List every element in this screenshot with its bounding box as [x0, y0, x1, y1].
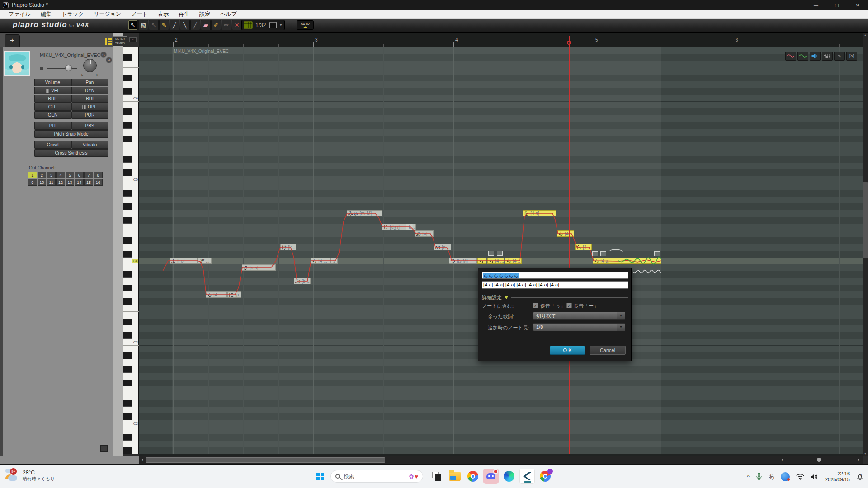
channel-14[interactable]: 14: [75, 179, 84, 186]
black-key[interactable]: [123, 380, 132, 386]
black-key[interactable]: [123, 122, 132, 129]
note-ら-15[interactable]: ら: [477, 258, 486, 264]
param-button-cross-synthesis[interactable]: Cross Synthesis: [34, 149, 108, 157]
key-row[interactable]: [123, 285, 139, 291]
scroll-right-arrow-2[interactable]: ►: [856, 456, 862, 464]
key-row[interactable]: [123, 305, 139, 312]
track-name[interactable]: MIKU_V4X_Original_EVEC: [40, 52, 103, 58]
param-button-bri[interactable]: BRI: [71, 95, 108, 103]
param-button-pbs[interactable]: PBS: [71, 122, 108, 130]
solo-button[interactable]: S: [100, 52, 107, 58]
search-box[interactable]: 検索 ✿ ♥: [330, 470, 423, 483]
key-row[interactable]: [123, 54, 139, 61]
auto-scroll-button[interactable]: AUTO ➜: [297, 20, 314, 30]
black-key[interactable]: [123, 237, 132, 244]
channel-6[interactable]: 6: [75, 172, 84, 178]
key-row[interactable]: [123, 413, 139, 420]
note-x-11[interactable]: k ...: [406, 224, 416, 230]
note-ら-19[interactable]: ら[4 ...: [557, 230, 574, 237]
note-length-icon[interactable]: [269, 22, 277, 28]
param-button-vibrato[interactable]: Vibrato: [71, 141, 108, 149]
param-button-por[interactable]: POR: [71, 111, 108, 119]
key-row[interactable]: C5: [123, 176, 139, 183]
menu-item-1[interactable]: 編集: [36, 10, 57, 18]
note-length-dropdown[interactable]: 1/8 ▼: [533, 323, 625, 331]
black-key[interactable]: [123, 413, 132, 420]
pencil-tool[interactable]: ✎: [159, 20, 169, 30]
key-row[interactable]: [123, 298, 139, 305]
note-ら-2[interactable]: ら[4 ...: [206, 291, 227, 298]
pitch-curve-icon[interactable]: [785, 52, 796, 61]
key-row[interactable]: [123, 224, 139, 230]
black-key[interactable]: [123, 75, 132, 81]
layout-grid-icon[interactable]: [107, 38, 112, 45]
eraser-tool[interactable]: ▰: [201, 20, 211, 30]
grid-snap-icon[interactable]: [244, 21, 253, 29]
polyline-tool[interactable]: ╲: [180, 20, 190, 30]
key-row[interactable]: [123, 61, 139, 68]
horizontal-scrollbar[interactable]: ◄ ► ►: [139, 456, 863, 464]
key-row[interactable]: [123, 407, 139, 413]
key-row[interactable]: [123, 312, 139, 319]
black-key[interactable]: [123, 54, 132, 61]
black-key[interactable]: [123, 352, 132, 359]
param-button-pan[interactable]: Pan: [71, 79, 108, 86]
param-button-gen[interactable]: GEN: [34, 111, 71, 119]
mute-button[interactable]: M: [106, 57, 112, 63]
discord-icon[interactable]: [483, 469, 499, 484]
key-row[interactable]: [123, 102, 139, 108]
key-row[interactable]: [123, 278, 139, 285]
key-row[interactable]: [123, 386, 139, 393]
menu-item-7[interactable]: 設定: [194, 10, 215, 18]
note-みゅ-9[interactable]: みゅ[mʲ M]: [347, 210, 382, 216]
playhead-line[interactable]: [569, 36, 570, 454]
wifi-icon[interactable]: [796, 474, 804, 480]
note-つ-14[interactable]: つ[ts M]: [449, 258, 477, 264]
selection-handle-4[interactable]: [654, 251, 660, 256]
note-け-5[interactable]: け[k ...: [280, 244, 296, 250]
vibrato-curve-handle[interactable]: [609, 249, 623, 255]
channel-1[interactable]: 1: [28, 172, 37, 178]
black-key[interactable]: [123, 366, 132, 373]
minimize-button[interactable]: —: [806, 0, 826, 10]
line-tool[interactable]: ╱: [170, 20, 179, 30]
black-key[interactable]: [123, 319, 132, 325]
phonetic-input[interactable]: [4 a] [4 a] [4 a] [4 a] [4 a] [4 a] [4 a…: [482, 281, 628, 289]
channel-2[interactable]: 2: [38, 172, 47, 178]
tray-chevron-icon[interactable]: ^: [747, 474, 749, 479]
note-あ-12[interactable]: あ[a]: [415, 230, 434, 237]
note-の-13[interactable]: の[n ...: [434, 244, 451, 250]
horizontal-scroll-thumb[interactable]: [146, 457, 385, 463]
selection-handle-0[interactable]: [488, 251, 494, 256]
note-さ-4[interactable]: さ[s a]: [242, 264, 276, 271]
piapro-taskbar-icon[interactable]: [519, 469, 535, 484]
note-ぞ-1[interactable]: ぞ...: [198, 258, 212, 264]
channel-9[interactable]: 9: [28, 179, 37, 186]
note-よ-0[interactable]: よ[j o]: [170, 258, 198, 264]
edge-icon[interactable]: [501, 469, 517, 484]
key-row[interactable]: [123, 81, 139, 88]
key-row[interactable]: [123, 190, 139, 197]
chrome-profile-icon[interactable]: [538, 469, 553, 484]
snipping-tool-icon[interactable]: [429, 469, 444, 484]
brush-disabled-tool[interactable]: ✏: [222, 20, 231, 30]
note-x-8[interactable]: s t: [330, 258, 338, 264]
black-key[interactable]: [123, 434, 132, 441]
note-ら-21[interactable]: ら[4 a]: [593, 258, 661, 264]
key-row[interactable]: [123, 346, 139, 352]
note-に-3[interactable]: に[ɲ ...: [227, 291, 241, 298]
leftover-dropdown-arrow[interactable]: ▼: [617, 312, 625, 319]
selection-handle-2[interactable]: [592, 251, 598, 256]
maximize-button[interactable]: ▢: [826, 0, 847, 10]
menu-item-5[interactable]: 表示: [153, 10, 174, 18]
key-row[interactable]: [123, 319, 139, 325]
param-button-pitch-snap-mode[interactable]: Pitch Snap Mode: [34, 130, 108, 138]
microphone-icon[interactable]: [756, 473, 762, 481]
sokuon-checkbox[interactable]: ✓: [533, 303, 538, 308]
black-key[interactable]: [123, 332, 132, 339]
black-key[interactable]: [123, 190, 132, 197]
pointer-disabled-tool[interactable]: ↖: [149, 20, 159, 30]
black-key[interactable]: [123, 271, 132, 278]
menu-item-4[interactable]: ノート: [126, 10, 153, 18]
key-row[interactable]: [123, 169, 139, 176]
